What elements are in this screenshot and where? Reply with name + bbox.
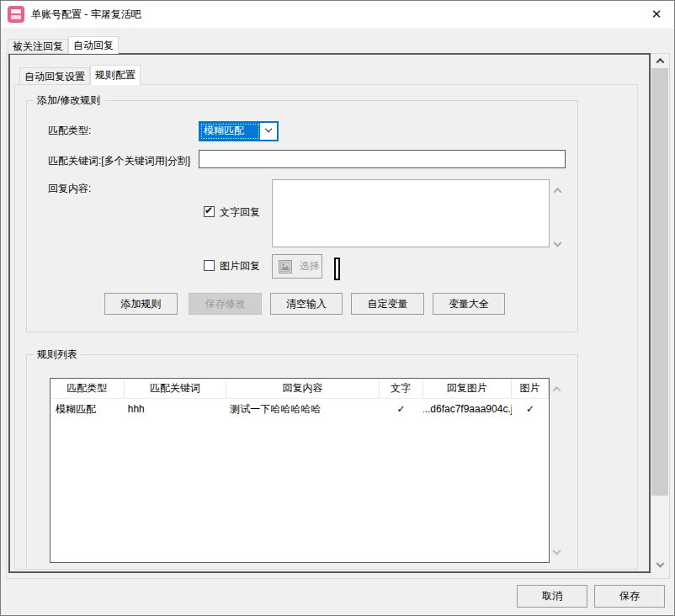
group-title: 规则列表 [34,348,81,362]
keywords-label: 匹配关键词:[多个关键词用|分割] [48,154,190,167]
tab-rule-config[interactable]: 规则配置 [90,65,141,85]
table-header-row: 匹配类型 匹配关键词 回复内容 文字 回复图片 图片 [50,379,549,399]
cell-reply-image: ...d6fac7f9aaa904c.j [423,399,513,419]
chevron-up-icon [554,188,562,196]
chevron-down-icon [554,239,562,247]
text-reply-label[interactable]: 文字回复 [220,205,260,219]
cell-text-check: ✓ [380,399,423,419]
group-add-edit-rule: 添加/修改规则 匹配类型: 模糊匹配 匹配关键词:[多个关键词用|分割] 回复内… [26,100,578,332]
reply-content-label: 回复内容: [48,182,91,195]
scroll-up-button[interactable] [651,54,668,68]
app-icon [8,6,24,23]
dropdown-selected: 模糊匹配 [200,123,260,140]
keywords-input[interactable] [199,150,566,168]
table-row[interactable]: 模糊匹配 hhh 测试一下哈哈哈哈哈 ✓ ...d6fac7f9aaa904c.… [50,399,549,419]
image-icon [279,260,292,273]
choose-button-label: 选择 [300,259,320,273]
col-match-type[interactable]: 匹配类型 [50,379,125,399]
dropdown-arrow[interactable] [260,123,277,140]
cell-match-type: 模糊匹配 [50,399,125,419]
choose-image-button[interactable]: 选择 [272,254,322,279]
image-reply-label[interactable]: 图片回复 [220,259,260,273]
match-type-label: 匹配类型: [48,124,91,137]
scrollbar-thumb[interactable] [651,68,668,496]
window-title: 单账号配置 - 牢屠复活吧 [31,1,141,28]
variable-list-button[interactable]: 变量大全 [433,293,505,315]
col-keywords[interactable]: 匹配关键词 [125,379,227,399]
textarea-scroll-up[interactable] [555,184,561,196]
save-edit-button[interactable]: 保存修改 [189,293,262,315]
save-button[interactable]: 保存 [594,585,665,608]
image-reply-checkbox[interactable] [204,260,215,271]
table-scroll-down[interactable] [554,547,560,559]
clear-input-button[interactable]: 清空输入 [270,293,343,315]
group-title: 添加/修改规则 [34,93,104,108]
textarea-scroll-down[interactable] [555,239,561,251]
col-reply-image[interactable]: 回复图片 [423,379,513,399]
dialog-window: 单账号配置 - 牢屠复活吧 ✕ 被关注回复 自动回复 自动回复设置 规则配置 添… [0,0,675,616]
chevron-up-icon [656,58,664,66]
scroll-down-button[interactable] [651,559,668,573]
text-reply-checkbox[interactable] [204,206,215,217]
col-text[interactable]: 文字 [380,379,423,399]
group-rule-list: 规则列表 匹配类型 匹配关键词 回复内容 文字 回复图片 图片 模糊匹配 hhh… [26,354,578,570]
cell-image-check: ✓ [512,399,549,419]
chevron-down-icon [656,560,664,568]
chevron-down-icon [553,547,561,555]
close-icon: ✕ [651,7,662,22]
custom-variable-button[interactable]: 自定变量 [351,293,424,315]
cell-keywords: hhh [125,399,227,419]
dropdown-value: 模糊匹配 [201,124,259,139]
col-image[interactable]: 图片 [512,379,549,399]
tab-followed-reply[interactable]: 被关注回复 [8,39,68,54]
add-rule-button[interactable]: 添加规则 [104,293,178,315]
vertical-scrollbar[interactable] [651,54,668,573]
title-bar: 单账号配置 - 牢屠复活吧 ✕ [1,1,674,28]
cancel-button[interactable]: 取消 [517,585,587,608]
rules-table: 匹配类型 匹配关键词 回复内容 文字 回复图片 图片 模糊匹配 hhh 测试一下… [50,378,550,563]
chevron-down-icon [265,125,272,132]
table-scroll-up[interactable] [554,383,560,395]
image-preview-bar [334,258,340,280]
match-type-dropdown[interactable]: 模糊匹配 [199,121,279,141]
reply-content-textarea[interactable] [272,179,550,247]
cell-reply-content: 测试一下哈哈哈哈哈 [226,399,379,419]
col-reply-content[interactable]: 回复内容 [226,379,379,399]
chevron-up-icon [553,386,561,395]
tab-auto-reply-settings[interactable]: 自动回复设置 [19,67,90,85]
tab-auto-reply[interactable]: 自动回复 [68,36,119,54]
close-button[interactable]: ✕ [640,1,672,28]
